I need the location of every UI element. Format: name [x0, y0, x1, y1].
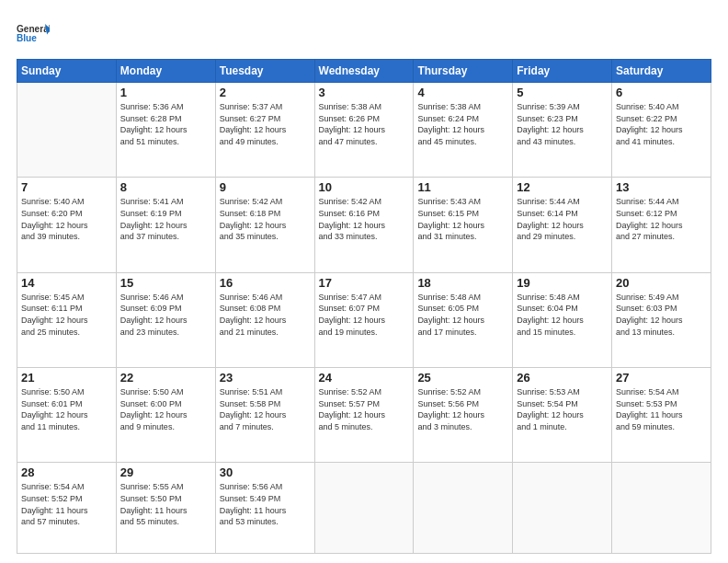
day-number: 9 — [220, 180, 311, 194]
day-info: Sunrise: 5:54 AMSunset: 5:52 PMDaylight:… — [21, 481, 112, 527]
day-number: 15 — [120, 276, 211, 290]
day-number: 30 — [220, 465, 311, 479]
day-info: Sunrise: 5:46 AMSunset: 6:09 PMDaylight:… — [120, 292, 211, 338]
day-number: 12 — [517, 180, 608, 194]
calendar-cell: 9Sunrise: 5:42 AMSunset: 6:18 PMDaylight… — [215, 178, 314, 272]
calendar-cell — [17, 83, 117, 178]
header-saturday: Saturday — [612, 60, 711, 83]
day-number: 5 — [517, 86, 608, 99]
calendar-cell: 14Sunrise: 5:45 AMSunset: 6:11 PMDayligh… — [17, 272, 117, 367]
calendar-cell: 19Sunrise: 5:48 AMSunset: 6:04 PMDayligh… — [513, 272, 612, 367]
calendar-cell — [513, 463, 612, 554]
week-row-4: 21Sunrise: 5:50 AMSunset: 6:01 PMDayligh… — [17, 368, 711, 463]
logo: General Blue — [17, 17, 50, 50]
day-info: Sunrise: 5:42 AMSunset: 6:18 PMDaylight:… — [220, 196, 311, 242]
calendar-cell: 10Sunrise: 5:42 AMSunset: 6:16 PMDayligh… — [314, 178, 414, 272]
day-info: Sunrise: 5:38 AMSunset: 6:24 PMDaylight:… — [417, 101, 508, 147]
calendar-cell: 20Sunrise: 5:49 AMSunset: 6:03 PMDayligh… — [612, 272, 711, 367]
calendar-cell: 4Sunrise: 5:38 AMSunset: 6:24 PMDaylight… — [414, 83, 513, 178]
day-number: 3 — [319, 86, 410, 99]
calendar-cell: 15Sunrise: 5:46 AMSunset: 6:09 PMDayligh… — [116, 272, 215, 367]
day-info: Sunrise: 5:40 AMSunset: 6:22 PMDaylight:… — [616, 101, 707, 147]
day-info: Sunrise: 5:37 AMSunset: 6:27 PMDaylight:… — [220, 101, 311, 147]
calendar-cell: 5Sunrise: 5:39 AMSunset: 6:23 PMDaylight… — [513, 83, 612, 178]
day-number: 14 — [21, 276, 112, 290]
day-number: 27 — [616, 371, 707, 385]
day-number: 6 — [616, 86, 707, 99]
calendar-cell: 30Sunrise: 5:56 AMSunset: 5:49 PMDayligh… — [215, 463, 314, 554]
header: General Blue — [17, 17, 711, 50]
calendar-cell: 13Sunrise: 5:44 AMSunset: 6:12 PMDayligh… — [612, 178, 711, 272]
day-info: Sunrise: 5:44 AMSunset: 6:14 PMDaylight:… — [517, 196, 608, 242]
day-number: 28 — [21, 465, 112, 479]
day-number: 10 — [319, 180, 410, 194]
day-number: 25 — [417, 371, 508, 385]
day-info: Sunrise: 5:50 AMSunset: 6:00 PMDaylight:… — [120, 386, 211, 432]
day-info: Sunrise: 5:39 AMSunset: 6:23 PMDaylight:… — [517, 101, 608, 147]
header-thursday: Thursday — [414, 60, 513, 83]
day-number: 22 — [120, 371, 211, 385]
calendar-cell: 28Sunrise: 5:54 AMSunset: 5:52 PMDayligh… — [17, 463, 117, 554]
day-info: Sunrise: 5:43 AMSunset: 6:15 PMDaylight:… — [417, 196, 508, 242]
day-info: Sunrise: 5:51 AMSunset: 5:58 PMDaylight:… — [220, 386, 311, 432]
svg-text:Blue: Blue — [17, 33, 37, 43]
calendar-cell: 22Sunrise: 5:50 AMSunset: 6:00 PMDayligh… — [116, 368, 215, 463]
day-info: Sunrise: 5:47 AMSunset: 6:07 PMDaylight:… — [319, 292, 410, 338]
day-info: Sunrise: 5:38 AMSunset: 6:26 PMDaylight:… — [319, 101, 410, 147]
calendar-cell: 12Sunrise: 5:44 AMSunset: 6:14 PMDayligh… — [513, 178, 612, 272]
day-number: 23 — [220, 371, 311, 385]
week-row-5: 28Sunrise: 5:54 AMSunset: 5:52 PMDayligh… — [17, 463, 711, 554]
calendar-cell: 24Sunrise: 5:52 AMSunset: 5:57 PMDayligh… — [314, 368, 414, 463]
day-number: 24 — [319, 371, 410, 385]
day-info: Sunrise: 5:45 AMSunset: 6:11 PMDaylight:… — [21, 292, 112, 338]
calendar-cell: 25Sunrise: 5:52 AMSunset: 5:56 PMDayligh… — [414, 368, 513, 463]
day-number: 17 — [319, 276, 410, 290]
day-info: Sunrise: 5:36 AMSunset: 6:28 PMDaylight:… — [120, 101, 211, 147]
calendar-cell: 17Sunrise: 5:47 AMSunset: 6:07 PMDayligh… — [314, 272, 414, 367]
day-number: 2 — [220, 86, 311, 99]
day-number: 13 — [616, 180, 707, 194]
calendar-cell: 8Sunrise: 5:41 AMSunset: 6:19 PMDaylight… — [116, 178, 215, 272]
calendar-cell: 29Sunrise: 5:55 AMSunset: 5:50 PMDayligh… — [116, 463, 215, 554]
calendar-cell — [612, 463, 711, 554]
day-info: Sunrise: 5:55 AMSunset: 5:50 PMDaylight:… — [120, 481, 211, 527]
calendar-cell: 16Sunrise: 5:46 AMSunset: 6:08 PMDayligh… — [215, 272, 314, 367]
week-row-2: 7Sunrise: 5:40 AMSunset: 6:20 PMDaylight… — [17, 178, 711, 272]
day-info: Sunrise: 5:40 AMSunset: 6:20 PMDaylight:… — [21, 196, 112, 242]
header-tuesday: Tuesday — [215, 60, 314, 83]
day-info: Sunrise: 5:50 AMSunset: 6:01 PMDaylight:… — [21, 386, 112, 432]
calendar-cell: 21Sunrise: 5:50 AMSunset: 6:01 PMDayligh… — [17, 368, 117, 463]
day-info: Sunrise: 5:49 AMSunset: 6:03 PMDaylight:… — [616, 292, 707, 338]
calendar-cell: 23Sunrise: 5:51 AMSunset: 5:58 PMDayligh… — [215, 368, 314, 463]
calendar-cell: 3Sunrise: 5:38 AMSunset: 6:26 PMDaylight… — [314, 83, 414, 178]
day-info: Sunrise: 5:48 AMSunset: 6:05 PMDaylight:… — [417, 292, 508, 338]
calendar-table: Sunday Monday Tuesday Wednesday Thursday… — [17, 59, 711, 554]
day-info: Sunrise: 5:46 AMSunset: 6:08 PMDaylight:… — [220, 292, 311, 338]
calendar-cell: 6Sunrise: 5:40 AMSunset: 6:22 PMDaylight… — [612, 83, 711, 178]
day-info: Sunrise: 5:52 AMSunset: 5:56 PMDaylight:… — [417, 386, 508, 432]
calendar-cell: 27Sunrise: 5:54 AMSunset: 5:53 PMDayligh… — [612, 368, 711, 463]
day-number: 21 — [21, 371, 112, 385]
day-info: Sunrise: 5:56 AMSunset: 5:49 PMDaylight:… — [220, 481, 311, 527]
day-info: Sunrise: 5:41 AMSunset: 6:19 PMDaylight:… — [120, 196, 211, 242]
day-number: 11 — [417, 180, 508, 194]
calendar-cell: 18Sunrise: 5:48 AMSunset: 6:05 PMDayligh… — [414, 272, 513, 367]
day-number: 4 — [417, 86, 508, 99]
calendar-cell — [314, 463, 414, 554]
day-info: Sunrise: 5:52 AMSunset: 5:57 PMDaylight:… — [319, 386, 410, 432]
day-number: 19 — [517, 276, 608, 290]
day-number: 8 — [120, 180, 211, 194]
day-number: 26 — [517, 371, 608, 385]
day-number: 16 — [220, 276, 311, 290]
weekday-header-row: Sunday Monday Tuesday Wednesday Thursday… — [17, 60, 711, 83]
header-monday: Monday — [116, 60, 215, 83]
calendar-cell: 7Sunrise: 5:40 AMSunset: 6:20 PMDaylight… — [17, 178, 117, 272]
header-wednesday: Wednesday — [314, 60, 414, 83]
calendar-cell: 26Sunrise: 5:53 AMSunset: 5:54 PMDayligh… — [513, 368, 612, 463]
calendar-cell: 11Sunrise: 5:43 AMSunset: 6:15 PMDayligh… — [414, 178, 513, 272]
day-info: Sunrise: 5:42 AMSunset: 6:16 PMDaylight:… — [319, 196, 410, 242]
page: General Blue Sunday Monday Tuesday Wedne… — [0, 0, 728, 563]
week-row-3: 14Sunrise: 5:45 AMSunset: 6:11 PMDayligh… — [17, 272, 711, 367]
day-info: Sunrise: 5:53 AMSunset: 5:54 PMDaylight:… — [517, 386, 608, 432]
calendar-cell — [414, 463, 513, 554]
